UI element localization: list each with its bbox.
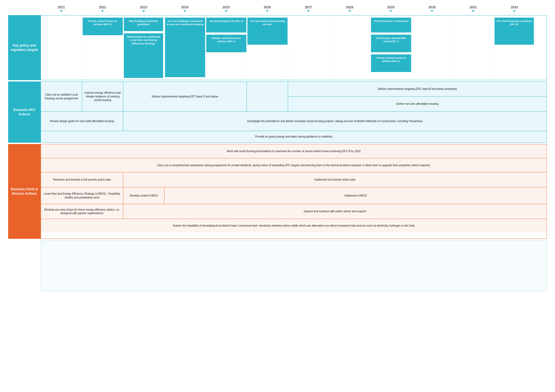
pkc-actions-row: Domestic PKC Actions Carry out an update…: [8, 81, 547, 143]
year-2032: 2032: [494, 5, 535, 12]
year-2031: 2031: [453, 5, 494, 12]
pk-row-3: Research and develop a fuel poverty acti…: [41, 172, 547, 187]
year-2030: 2030: [411, 5, 453, 12]
policy-target-7: 75% Reduction in emissions: [371, 18, 411, 32]
year-2026: 2026: [247, 5, 288, 12]
policy-target-1: New building standards published: [124, 18, 163, 31]
policy-target-10: All social housing to achieve EPC B: [495, 18, 534, 45]
bottom-empty-row: [8, 240, 547, 292]
pk-actions-row: Domestic Perth & Kinross Actions Work wi…: [8, 144, 547, 239]
year-2028: 2028: [329, 5, 370, 12]
pk-row-5: Develop one-stop shops for home energy e…: [41, 204, 547, 219]
pkc-row-3: Provide on going energy and water saving…: [41, 131, 547, 142]
pkc-row-1: Carry out an updated Local Housing surve…: [41, 82, 547, 112]
year-2023: 2023: [123, 5, 164, 12]
policy-target-4: Social housing to be EPC D: [206, 18, 246, 32]
policy-targets-row: Key policy and regulatory targetsPrivate…: [8, 15, 547, 80]
policy-target-5: Private rented homes to achieve EPC D: [206, 35, 246, 52]
policy-target-2: Requirement for published Local Heat and…: [124, 33, 163, 78]
policy-target-0: Private rented homes to achieve EPC E: [83, 18, 123, 35]
policy-target-3: All new buildings consented to use zero …: [165, 18, 205, 77]
year-2027: 2027: [288, 5, 329, 12]
year-2024: 2024: [164, 5, 205, 12]
pk-row-6: Explore the feasibility of developing lo…: [41, 219, 547, 233]
year-2021: 2021: [41, 5, 82, 12]
year-2029: 2029: [370, 5, 411, 12]
bottom-empty-content: [41, 240, 547, 292]
year-2025: 2025: [205, 5, 247, 12]
policy-target-6: All new build social housing net zero: [247, 18, 288, 45]
policy-target-9: Private rented homes to achieve EPC C: [371, 54, 411, 72]
policy-target-8: All fuel-poor households reach EPC C: [371, 35, 411, 52]
year-2022: 2022: [82, 5, 123, 12]
pkc-row-2: Review design guide for new build afford…: [41, 112, 547, 131]
pk-row-4: Local Heat and Energy Efficiency Strateg…: [41, 187, 547, 204]
